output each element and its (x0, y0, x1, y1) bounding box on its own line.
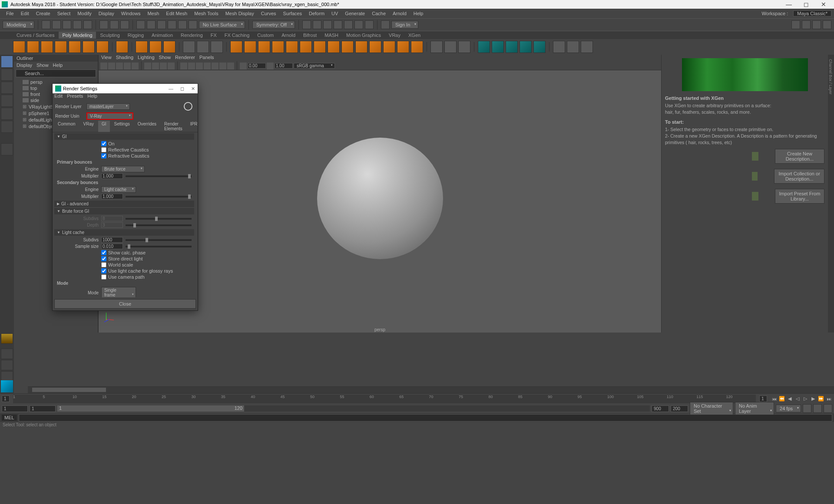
vp-shadows-icon[interactable] (204, 63, 211, 69)
step-back-key-button[interactable]: ⏪ (778, 395, 785, 402)
secondary-multiplier-input[interactable] (101, 194, 123, 199)
shelf-tab-sculpting[interactable]: Sculpting (97, 32, 123, 39)
show-calc-checkbox[interactable] (101, 250, 106, 255)
uv-planar-icon[interactable] (492, 41, 504, 53)
paint-select-icon[interactable] (120, 20, 129, 29)
shelf-tab-fxcaching[interactable]: FX Caching (221, 32, 253, 39)
workspace-dropdown[interactable]: Maya Classic* (793, 10, 831, 16)
vp-isolate-icon[interactable] (212, 63, 218, 69)
snap-grid-icon[interactable] (136, 20, 145, 29)
open-scene-icon[interactable] (52, 20, 61, 29)
play-icon[interactable] (354, 20, 363, 29)
menu-arnold[interactable]: Arnold (389, 11, 410, 16)
menu-editmesh[interactable]: Edit Mesh (162, 11, 191, 16)
select-mode-icon[interactable] (99, 20, 108, 29)
uv-auto-icon[interactable] (533, 41, 546, 53)
separate-icon[interactable] (244, 41, 256, 53)
current-frame-right[interactable] (759, 395, 767, 402)
hypershade-icon[interactable] (344, 20, 353, 29)
vp-bookmark-icon[interactable] (108, 63, 115, 69)
menu-mesh[interactable]: Mesh (144, 11, 162, 16)
offset-loop-icon[interactable] (458, 41, 470, 53)
import-preset-button[interactable]: Import Preset From Library... (775, 189, 824, 204)
world-scale-checkbox[interactable] (101, 262, 106, 267)
detach-icon[interactable] (397, 41, 409, 53)
time-track[interactable]: 1 5 10 15 20 25 30 35 40 45 50 55 60 65 … (13, 395, 756, 403)
shelf-icon-b[interactable] (197, 41, 209, 53)
snap-plane-icon[interactable] (168, 20, 176, 29)
shelf-tab-custom[interactable]: Custom (254, 32, 277, 39)
lc-sample-input[interactable] (101, 244, 123, 249)
shelf-tool-c-icon[interactable] (581, 41, 593, 53)
playback-end-input[interactable] (652, 405, 669, 412)
vp-menu-show[interactable]: Show (159, 55, 171, 62)
shelf-tab-vray[interactable]: VRay (385, 32, 404, 39)
step-back-button[interactable]: ◀ (786, 395, 793, 402)
uv-spherical-icon[interactable] (520, 41, 532, 53)
paint-tool[interactable] (1, 82, 13, 94)
menu-meshdisplay[interactable]: Mesh Display (222, 11, 258, 16)
vp-menu-renderer[interactable]: Renderer (175, 55, 195, 62)
lasso-tool[interactable] (1, 69, 13, 81)
vp-2d-pan-icon[interactable] (124, 63, 131, 69)
gi-section-header[interactable]: ▼GI (54, 133, 194, 140)
vp-xray-joints-icon[interactable] (227, 63, 234, 69)
poly-sphere-icon[interactable] (13, 41, 25, 53)
sphere-geometry[interactable] (317, 138, 443, 259)
outliner-menu-show[interactable]: Show (36, 63, 49, 68)
poly-torus-icon[interactable] (69, 41, 81, 53)
character-set-dropdown[interactable]: No Character Set (690, 402, 733, 415)
select-tool[interactable] (1, 56, 13, 68)
shelf-tab-animation[interactable]: Animation (148, 32, 176, 39)
undo-icon[interactable] (73, 20, 82, 29)
vp-gamma-icon[interactable] (267, 63, 274, 69)
layout-icon-2[interactable] (802, 20, 811, 29)
vp-use-lights-icon[interactable] (196, 63, 203, 69)
layout-icon-3[interactable] (812, 20, 821, 29)
render-settings-shortcut-icon[interactable] (334, 20, 342, 29)
refractive-caustics-checkbox[interactable] (101, 153, 106, 158)
snap-live-icon[interactable] (178, 20, 187, 29)
set-key-icon[interactable] (813, 404, 822, 413)
shelf-tab-rendering[interactable]: Rendering (177, 32, 206, 39)
vp-menu-lighting[interactable]: Lighting (138, 55, 155, 62)
shelf-tab-rigging[interactable]: Rigging (124, 32, 147, 39)
vp-exposure-value[interactable] (248, 63, 266, 69)
shelf-tab-mash[interactable]: MASH (321, 32, 342, 39)
poly-cube-icon[interactable] (27, 41, 39, 53)
menu-edit[interactable]: Edit (17, 11, 33, 16)
menu-create[interactable]: Create (33, 11, 54, 16)
vp-exposure-icon[interactable] (240, 63, 247, 69)
platonic-icon[interactable] (116, 41, 128, 53)
merge-icon[interactable] (369, 41, 381, 53)
live-surface-dropdown[interactable]: No Live Surface (199, 21, 245, 29)
glossy-rays-checkbox[interactable] (101, 268, 106, 273)
render-using-dropdown[interactable]: V-Ray (86, 112, 133, 120)
tab-common[interactable]: Common (54, 121, 79, 132)
cmd-input[interactable] (19, 414, 832, 422)
outliner-menu-display[interactable]: Display (17, 63, 32, 68)
tab-settings[interactable]: Settings (111, 121, 133, 132)
snap-curve-icon[interactable] (147, 20, 156, 29)
vp-grid-icon[interactable] (144, 63, 151, 69)
primary-engine-dropdown[interactable]: Brute force (101, 166, 145, 172)
light-cache-header[interactable]: ▼Light cache (54, 229, 194, 236)
tab-gi[interactable]: GI (98, 121, 110, 132)
shelf-tab-curves[interactable]: Curves / Surfaces (13, 32, 58, 39)
range-slider[interactable]: 1120 (57, 405, 650, 412)
shelf-tab-arnold[interactable]: Arnold (278, 32, 299, 39)
uv-cylindrical-icon[interactable] (506, 41, 518, 53)
anim-end-input[interactable] (671, 405, 688, 412)
menu-deform[interactable]: Deform (305, 11, 328, 16)
multicut-icon[interactable] (430, 41, 443, 53)
new-scene-icon[interactable] (42, 20, 50, 29)
collapse-icon[interactable] (355, 41, 367, 53)
rotate-tool[interactable] (1, 108, 13, 120)
move-tool[interactable] (1, 95, 13, 107)
subdiv-icon[interactable] (286, 41, 298, 53)
shelf-tool-a-icon[interactable] (553, 41, 565, 53)
step-forward-key-button[interactable]: ⏩ (817, 395, 824, 402)
tab-ipr[interactable]: IPR (187, 121, 201, 132)
brute-force-header[interactable]: ▼Brute force GI (54, 208, 194, 214)
lc-subdivs-slider[interactable] (126, 239, 192, 241)
